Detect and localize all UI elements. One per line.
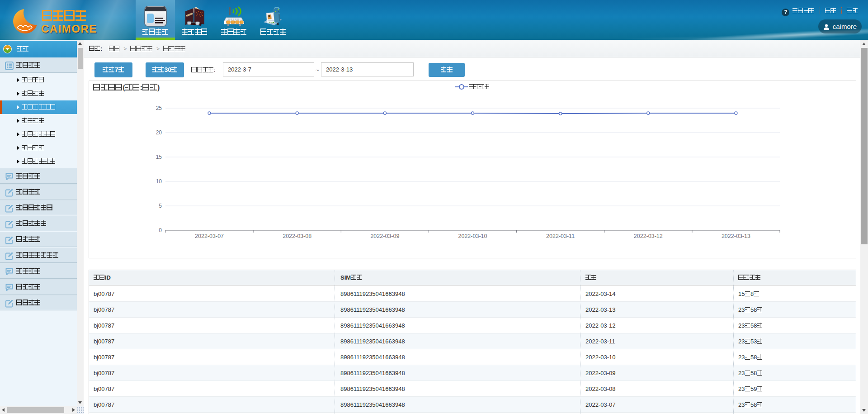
svg-text:25: 25	[156, 105, 162, 111]
svg-text:0: 0	[159, 227, 162, 233]
svg-text:2022-03-10: 2022-03-10	[458, 233, 487, 239]
svg-text:2022-03-12: 2022-03-12	[634, 233, 663, 239]
svg-text:2022-03-07: 2022-03-07	[195, 233, 224, 239]
svg-text:20: 20	[156, 129, 162, 136]
svg-text:5: 5	[159, 203, 162, 209]
svg-text:2022-03-09: 2022-03-09	[370, 233, 399, 239]
svg-text:2022-03-13: 2022-03-13	[722, 233, 750, 239]
svg-text:10: 10	[156, 178, 162, 185]
svg-text:2022-03-11: 2022-03-11	[546, 233, 575, 239]
svg-text:15: 15	[156, 154, 162, 160]
svg-text:2022-03-08: 2022-03-08	[283, 233, 311, 239]
